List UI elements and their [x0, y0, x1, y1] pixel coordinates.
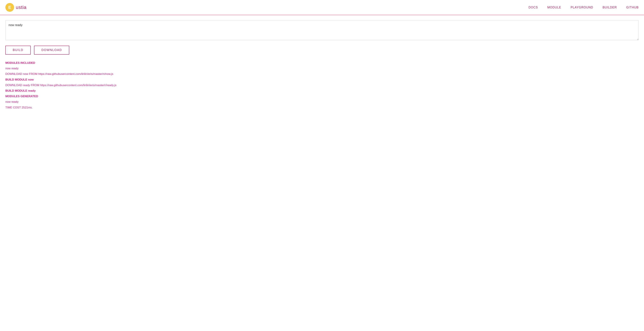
logo-icon: E: [5, 3, 14, 12]
log-line: MODULES GENERATED: [5, 94, 639, 99]
log-output: MODULES INCLUDEDnow readyDOWNLOAD now FR…: [5, 61, 639, 110]
log-line: now ready: [5, 100, 639, 104]
log-line: BUILD MODULE ready: [5, 89, 639, 93]
logo-text: ustia: [16, 5, 26, 10]
nav-link-playground[interactable]: PLAYGROUND: [570, 6, 593, 9]
main-content: BUILD DOWNLOAD MODULES INCLUDEDnow ready…: [0, 15, 644, 115]
module-input[interactable]: [5, 20, 639, 40]
log-line: DOWNLOAD ready FROM https://raw.githubus…: [5, 83, 639, 88]
download-button[interactable]: DOWNLOAD: [34, 46, 69, 55]
log-line: DOWNLOAD now FROM https://raw.githubuser…: [5, 72, 639, 76]
build-button[interactable]: BUILD: [5, 46, 31, 55]
main-nav: DOCSMODULEPLAYGROUNDBUILDERGITHUB: [528, 6, 639, 9]
log-line: MODULES INCLUDED: [5, 61, 639, 65]
site-header: E ustia DOCSMODULEPLAYGROUNDBUILDERGITHU…: [0, 0, 644, 15]
nav-link-builder[interactable]: BUILDER: [602, 6, 617, 9]
nav-link-module[interactable]: MODULE: [547, 6, 561, 9]
log-line: BUILD MODULE now: [5, 77, 639, 82]
logo-area: E ustia: [5, 3, 26, 12]
log-line: now ready: [5, 66, 639, 71]
log-line: TIME COST 2521ms.: [5, 105, 639, 110]
nav-link-github[interactable]: GITHUB: [626, 6, 639, 9]
action-buttons: BUILD DOWNLOAD: [5, 46, 639, 55]
nav-link-docs[interactable]: DOCS: [528, 6, 538, 9]
